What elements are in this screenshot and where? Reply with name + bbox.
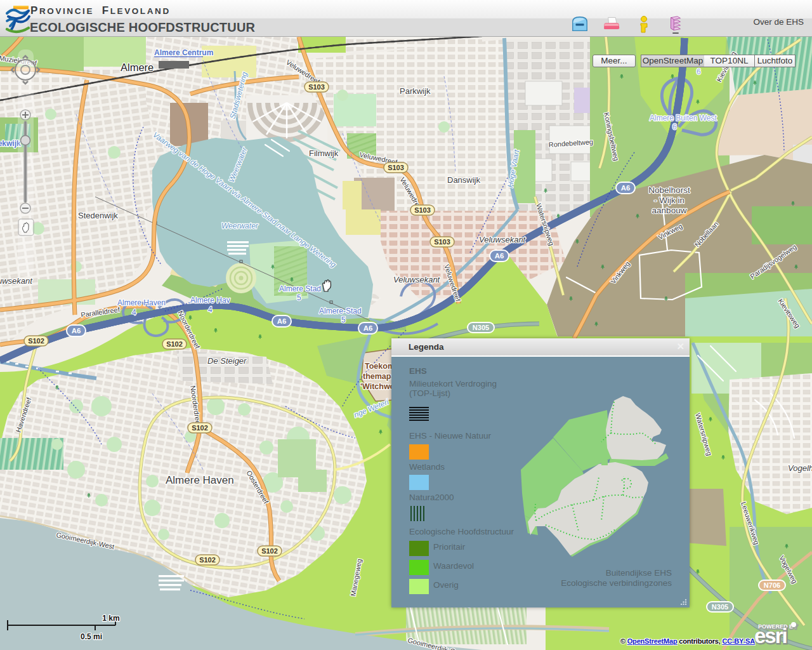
svg-text:Vogelh: Vogelh	[788, 463, 812, 473]
svg-text:Veluwsekant: Veluwsekant	[479, 235, 527, 244]
svg-text:Almere Hav: Almere Hav	[190, 296, 230, 305]
svg-text:6: 6	[672, 123, 677, 131]
svg-text:Almere-Stad: Almere-Stad	[319, 307, 362, 315]
svg-text:Parkwijk: Parkwijk	[400, 86, 431, 96]
svg-text:6: 6	[697, 67, 701, 76]
svg-text:aanbouw: aanbouw	[652, 206, 687, 215]
svg-text:4: 4	[208, 305, 213, 314]
svg-text:5: 5	[297, 293, 301, 302]
svg-text:Almere Centrum: Almere Centrum	[154, 48, 213, 57]
svg-text:Weerwater: Weerwater	[221, 222, 259, 230]
svg-text:0.5 mi: 0.5 mi	[81, 632, 102, 641]
svg-text:Almere: Almere	[121, 62, 154, 73]
svg-text:uwsekant: uwsekant	[0, 276, 33, 286]
svg-text:Almere Stad: Almere Stad	[279, 284, 321, 293]
svg-text:Nobelhorst: Nobelhorst	[648, 185, 690, 195]
svg-text:esri: esri	[754, 624, 787, 647]
svg-text:Stedenwijk: Stedenwijk	[78, 211, 118, 220]
svg-text:Almere Haven: Almere Haven	[166, 474, 234, 486]
svg-text:Veluwsekant: Veluwsekant	[393, 275, 441, 284]
svg-text:5: 5	[341, 315, 346, 324]
svg-text:- Wijk in: - Wijk in	[654, 196, 684, 205]
svg-text:Filmwijk: Filmwijk	[309, 149, 339, 158]
svg-text:4: 4	[132, 308, 136, 317]
svg-text:1 km: 1 km	[102, 614, 119, 623]
svg-text:De Steiger: De Steiger	[207, 356, 247, 366]
svg-text:Almere Buiten West: Almere Buiten West	[650, 114, 717, 123]
svg-text:Danswijk: Danswijk	[447, 175, 481, 185]
svg-text:Almere Haven: Almere Haven	[117, 298, 166, 307]
